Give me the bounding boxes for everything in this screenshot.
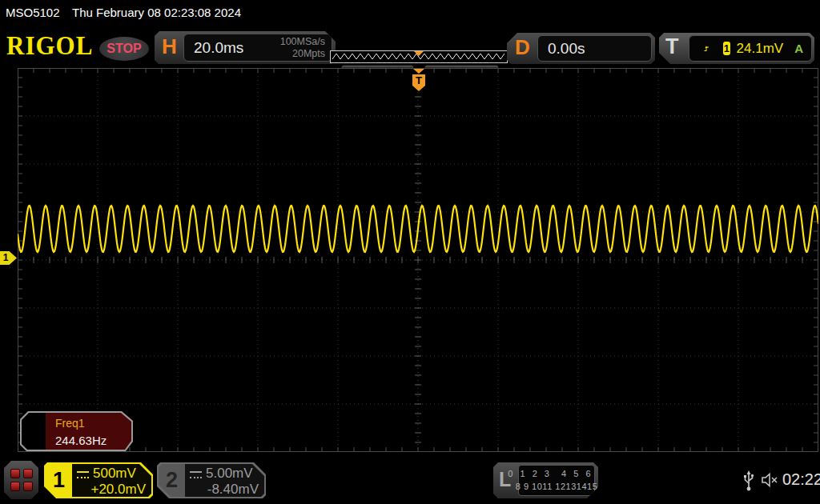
preview-trigger-position-icon — [414, 51, 424, 56]
channel2-block[interactable]: 2 5.00mV -8.40mV — [157, 462, 266, 498]
measurement-result-box[interactable]: Freq1 244.63Hz — [20, 411, 133, 451]
channel1-offset: +20.0mV — [77, 482, 146, 498]
menu-grid-icon — [10, 469, 20, 478]
horizontal-settings-block[interactable]: H 20.0ms 100MSa/s 20Mpts — [155, 31, 336, 64]
delay-value: 0.00s — [548, 40, 585, 58]
waveform-display-area[interactable]: T — [18, 68, 818, 452]
digital-row-0-7: 0 1 2 3 4 5 6 7 — [508, 468, 605, 481]
rising-edge-icon — [704, 42, 710, 55]
digital-row-8-15: 8 9 1011 12131415 — [516, 481, 598, 494]
delay-inset: 0.00s — [537, 35, 652, 62]
run-state-badge: STOP — [99, 37, 149, 61]
horizontal-inset: 20.0ms 100MSa/s 20Mpts — [183, 34, 332, 62]
datetime-text: Thu February 08 02:23:08 2024 — [72, 6, 241, 19]
channel1-inner: 1 500mV +20.0mV — [46, 464, 151, 497]
timebase-value: 20.0ms — [194, 39, 243, 57]
dc-coupling-icon — [77, 471, 89, 478]
trigger-block[interactable]: T 1 24.1mV A — [659, 33, 814, 64]
digital-channel-numbers: 0 1 2 3 4 5 6 7 8 9 1011 12131415 — [518, 465, 595, 496]
memory-depth: 20Mpts — [292, 48, 325, 59]
trigger-inset: 1 24.1mV A — [689, 35, 812, 62]
clock-time: 02:22 — [782, 470, 820, 489]
svg-text:T: T — [416, 74, 422, 86]
channel1-block[interactable]: 1 500mV +20.0mV — [44, 462, 153, 498]
measurement-value: 244.63Hz — [55, 434, 107, 447]
menu-grid-icon — [10, 482, 20, 491]
top-status-bar: MSO5102 Thu February 08 02:23:08 2024 — [0, 0, 820, 24]
sample-rate: 100MSa/s — [280, 36, 325, 47]
header-bar: RIGOL STOP H 20.0ms 100MSa/s 20Mpts Meas… — [0, 24, 820, 66]
trigger-label: T — [665, 34, 679, 59]
channel2-number: 2 — [159, 464, 185, 497]
graticule-and-waveform: T — [18, 68, 818, 452]
trigger-level-value: 24.1mV — [737, 41, 784, 57]
model-name: MSO5102 — [6, 6, 60, 19]
measurement-inner: Freq1 244.63Hz — [22, 413, 131, 450]
trigger-position-marker: T — [412, 69, 425, 91]
channel2-settings: 5.00mV -8.40mV — [185, 464, 264, 497]
delay-label: D — [515, 35, 530, 60]
horizontal-label: H — [162, 34, 177, 59]
channel2-scale: 5.00mV — [206, 466, 253, 482]
trigger-source-badge: 1 — [723, 42, 730, 55]
menu-button[interactable] — [4, 461, 38, 499]
menu-grid-icon — [23, 469, 33, 478]
usb-icon — [743, 470, 754, 492]
channel1-settings: 500mV +20.0mV — [72, 464, 151, 497]
speaker-muted-icon — [761, 472, 780, 488]
menu-grid-icon — [23, 482, 33, 491]
channel1-scale: 500mV — [93, 466, 136, 482]
trigger-mode: A — [794, 42, 803, 55]
digital-channels-block[interactable]: L 0 1 2 3 4 5 6 7 8 9 1011 12131415 — [493, 462, 598, 498]
measurement-name: Freq1 — [55, 417, 85, 430]
rigol-logo: RIGOL — [6, 30, 93, 62]
channel2-offset: -8.40mV — [190, 482, 259, 498]
waveform-preview-strip[interactable] — [330, 50, 508, 63]
delay-block[interactable]: D 0.00s — [507, 33, 655, 64]
channel1-position-marker[interactable]: 1 — [0, 251, 17, 265]
channel1-number: 1 — [46, 464, 72, 497]
acquisition-rates: 100MSa/s 20Mpts — [280, 36, 325, 59]
dc-coupling-icon — [190, 471, 202, 478]
channel2-inner: 2 5.00mV -8.40mV — [159, 464, 264, 497]
